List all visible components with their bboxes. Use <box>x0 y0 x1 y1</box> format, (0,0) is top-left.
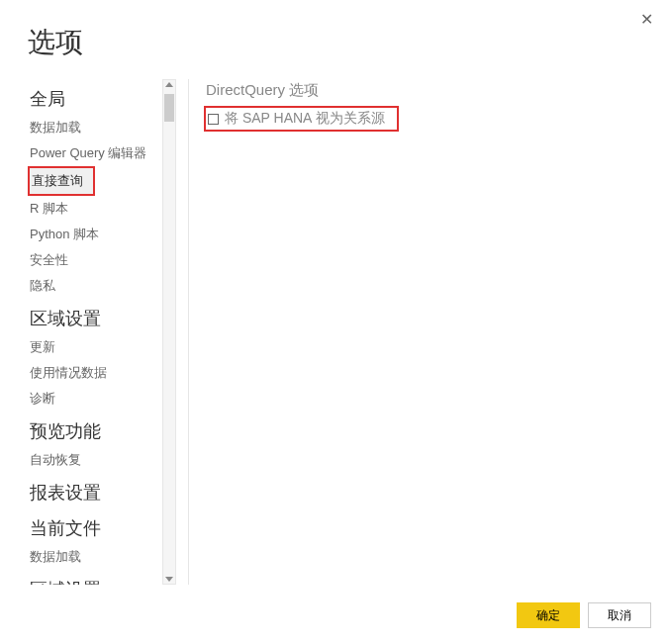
sidebar-scrollbar[interactable] <box>162 79 176 585</box>
sidebar-item-data-load[interactable]: 数据加载 <box>28 115 172 140</box>
sidebar-item-security[interactable]: 安全性 <box>28 247 172 273</box>
scroll-thumb[interactable] <box>164 94 174 122</box>
sidebar-item-r-script[interactable]: R 脚本 <box>28 196 172 222</box>
dialog-title: 选项 <box>28 24 83 61</box>
directquery-section-title: DirectQuery 选项 <box>204 79 653 106</box>
cancel-button[interactable]: 取消 <box>588 602 651 628</box>
sidebar-section-preview: 预览功能 <box>28 415 172 447</box>
sidebar-section-current-file: 当前文件 <box>28 512 172 544</box>
sidebar-section-report-settings: 报表设置 <box>28 477 172 508</box>
sap-hana-checkbox-row[interactable]: 将 SAP HANA 视为关系源 <box>206 108 393 130</box>
sidebar-item-updates[interactable]: 更新 <box>28 334 172 360</box>
sidebar-item-diagnostics[interactable]: 诊断 <box>28 386 172 412</box>
highlight-checkbox: 将 SAP HANA 视为关系源 <box>204 106 399 132</box>
sidebar-item-auto-recovery[interactable]: 自动恢复 <box>28 447 172 473</box>
checkbox-icon[interactable] <box>208 114 219 125</box>
sidebar-item-data-load-2[interactable]: 数据加载 <box>28 544 172 570</box>
scroll-down-icon <box>165 577 173 582</box>
sap-hana-checkbox-label: 将 SAP HANA 视为关系源 <box>225 110 385 128</box>
content-area: 全局 数据加载 Power Query 编辑器 直接查询 R 脚本 Python… <box>28 79 653 585</box>
sidebar-item-power-query-editor[interactable]: Power Query 编辑器 <box>28 140 172 166</box>
scroll-up-icon <box>165 82 173 87</box>
sidebar-section-regional-2: 区域设置 <box>28 574 172 585</box>
dialog-footer: 确定 取消 <box>517 602 651 628</box>
close-icon[interactable]: ✕ <box>640 12 653 28</box>
sidebar: 全局 数据加载 Power Query 编辑器 直接查询 R 脚本 Python… <box>28 79 176 585</box>
sidebar-section-regional: 区域设置 <box>28 303 172 334</box>
main-panel: DirectQuery 选项 将 SAP HANA 视为关系源 <box>176 79 653 585</box>
sidebar-item-python-script[interactable]: Python 脚本 <box>28 222 172 247</box>
highlight-direct-query: 直接查询 <box>28 166 95 196</box>
sidebar-section-global: 全局 <box>28 83 172 115</box>
sidebar-item-direct-query[interactable]: 直接查询 <box>30 168 93 194</box>
sidebar-item-usage-data[interactable]: 使用情况数据 <box>28 360 172 386</box>
ok-button[interactable]: 确定 <box>517 602 580 628</box>
sidebar-item-privacy[interactable]: 隐私 <box>28 273 172 299</box>
